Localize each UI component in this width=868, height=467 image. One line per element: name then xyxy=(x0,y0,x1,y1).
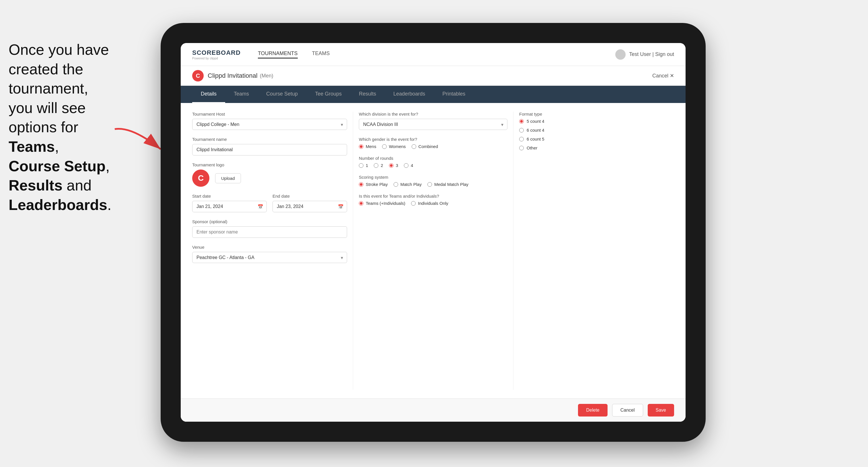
tournament-icon: C xyxy=(192,70,204,82)
format-group: Format type 5 count 4 6 count 4 6 count … xyxy=(519,112,674,150)
form-col2: Which division is the event for? NCAA Di… xyxy=(353,112,514,390)
name-label: Tournament name xyxy=(192,137,347,142)
host-group: Tournament Host Clippd College - Men xyxy=(192,112,347,130)
format-5count4[interactable]: 5 count 4 xyxy=(519,119,674,124)
gender-label: Which gender is the event for? xyxy=(359,137,507,142)
tabs-bar: Details Teams Course Setup Tee Groups Re… xyxy=(181,86,686,103)
main-content: Tournament Host Clippd College - Men Tou… xyxy=(181,103,686,422)
format-6count4[interactable]: 6 count 4 xyxy=(519,128,674,132)
teams-label: Is this event for Teams and/or Individua… xyxy=(359,194,507,198)
user-area: Test User | Sign out xyxy=(615,49,674,60)
logo-preview: C xyxy=(192,169,209,187)
end-date-input[interactable] xyxy=(273,201,347,212)
end-date-group: End date xyxy=(273,194,347,212)
scoring-label: Scoring system xyxy=(359,175,507,180)
bottom-bar: Delete Cancel Save xyxy=(181,399,686,422)
tablet-frame: SCOREBOARD Powered by clippd TOURNAMENTS… xyxy=(161,23,706,442)
teams-individuals[interactable]: Teams (+Individuals) xyxy=(359,201,405,206)
rounds-group: Number of rounds 1 2 3 xyxy=(359,156,507,168)
nav-teams[interactable]: TEAMS xyxy=(312,51,330,59)
sponsor-group: Sponsor (optional) xyxy=(192,219,347,238)
user-avatar xyxy=(615,49,626,60)
rounds-4[interactable]: 4 xyxy=(404,163,413,168)
venue-select[interactable]: Peachtree GC - Atlanta - GA xyxy=(192,252,347,263)
start-date-input[interactable] xyxy=(192,201,267,212)
tab-details[interactable]: Details xyxy=(192,86,225,103)
host-label: Tournament Host xyxy=(192,112,347,117)
format-radio-group: 5 count 4 6 count 4 6 count 5 Other xyxy=(519,119,674,150)
upload-button[interactable]: Upload xyxy=(215,173,241,183)
logo-group: Tournament logo C Upload xyxy=(192,162,347,187)
host-select[interactable]: Clippd College - Men xyxy=(192,119,347,130)
gender-womens[interactable]: Womens xyxy=(382,144,406,149)
name-input[interactable] xyxy=(192,144,347,155)
dates-row: Start date End date xyxy=(192,194,347,219)
tournament-subtitle: (Men) xyxy=(260,73,273,79)
sponsor-input[interactable] xyxy=(192,226,347,238)
division-group: Which division is the event for? NCAA Di… xyxy=(359,112,507,130)
tournament-header: C Clippd Invitational (Men) Cancel ✕ xyxy=(181,66,686,86)
tab-results[interactable]: Results xyxy=(350,86,385,103)
gender-group: Which gender is the event for? Mens Wome… xyxy=(359,137,507,149)
tab-tee-groups[interactable]: Tee Groups xyxy=(306,86,350,103)
save-button[interactable]: Save xyxy=(648,404,674,416)
division-label: Which division is the event for? xyxy=(359,112,507,117)
venue-group: Venue Peachtree GC - Atlanta - GA xyxy=(192,245,347,263)
tournament-title: Clippd Invitational xyxy=(208,72,257,80)
end-date-label: End date xyxy=(273,194,347,198)
logo-sub: Powered by clippd xyxy=(192,57,241,60)
nav-tournaments[interactable]: TOURNAMENTS xyxy=(258,51,298,59)
name-group: Tournament name xyxy=(192,137,347,155)
user-sign-out[interactable]: Test User | Sign out xyxy=(629,51,674,57)
division-select[interactable]: NCAA Division III xyxy=(359,119,507,130)
scoring-radio-group: Stroke Play Match Play Medal Match Play xyxy=(359,182,507,187)
cancel-header-button[interactable]: Cancel ✕ xyxy=(652,72,674,79)
teams-radio-group: Teams (+Individuals) Individuals Only xyxy=(359,201,507,206)
gender-mens[interactable]: Mens xyxy=(359,144,376,149)
rounds-3[interactable]: 3 xyxy=(389,163,398,168)
scoring-medal-match[interactable]: Medal Match Play xyxy=(427,182,468,187)
tablet-screen: SCOREBOARD Powered by clippd TOURNAMENTS… xyxy=(181,43,686,422)
teams-group: Is this event for Teams and/or Individua… xyxy=(359,194,507,206)
tab-teams[interactable]: Teams xyxy=(225,86,257,103)
gender-combined[interactable]: Combined xyxy=(412,144,438,149)
format-6count5[interactable]: 6 count 5 xyxy=(519,136,674,142)
format-label: Format type xyxy=(519,112,674,117)
scoring-group: Scoring system Stroke Play Match Play Me… xyxy=(359,175,507,187)
logo-text: SCOREBOARD xyxy=(192,49,241,57)
tab-leaderboards[interactable]: Leaderboards xyxy=(385,86,434,103)
logo-label: Tournament logo xyxy=(192,162,347,167)
tab-printables[interactable]: Printables xyxy=(434,86,474,103)
format-other[interactable]: Other xyxy=(519,146,674,150)
logo-upload-area: C Upload xyxy=(192,169,347,187)
form-area: Tournament Host Clippd College - Men Tou… xyxy=(181,103,686,399)
individuals-only[interactable]: Individuals Only xyxy=(411,201,448,206)
rounds-radio-group: 1 2 3 4 xyxy=(359,163,507,168)
nav-links: TOURNAMENTS TEAMS xyxy=(258,51,615,59)
rounds-label: Number of rounds xyxy=(359,156,507,161)
gender-radio-group: Mens Womens Combined xyxy=(359,144,507,149)
sponsor-label: Sponsor (optional) xyxy=(192,219,347,224)
venue-label: Venue xyxy=(192,245,347,250)
cancel-button[interactable]: Cancel xyxy=(612,404,643,416)
scoring-match[interactable]: Match Play xyxy=(394,182,422,187)
logo-area: SCOREBOARD Powered by clippd xyxy=(192,49,241,60)
form-col1: Tournament Host Clippd College - Men Tou… xyxy=(192,112,353,390)
form-col3: Format type 5 count 4 6 count 4 6 count … xyxy=(514,112,674,390)
start-date-label: Start date xyxy=(192,194,267,198)
rounds-2[interactable]: 2 xyxy=(374,163,383,168)
top-nav: SCOREBOARD Powered by clippd TOURNAMENTS… xyxy=(181,43,686,66)
rounds-1[interactable]: 1 xyxy=(359,163,368,168)
start-date-group: Start date xyxy=(192,194,267,212)
scoring-stroke[interactable]: Stroke Play xyxy=(359,182,388,187)
delete-button[interactable]: Delete xyxy=(578,404,607,416)
tab-course-setup[interactable]: Course Setup xyxy=(257,86,306,103)
